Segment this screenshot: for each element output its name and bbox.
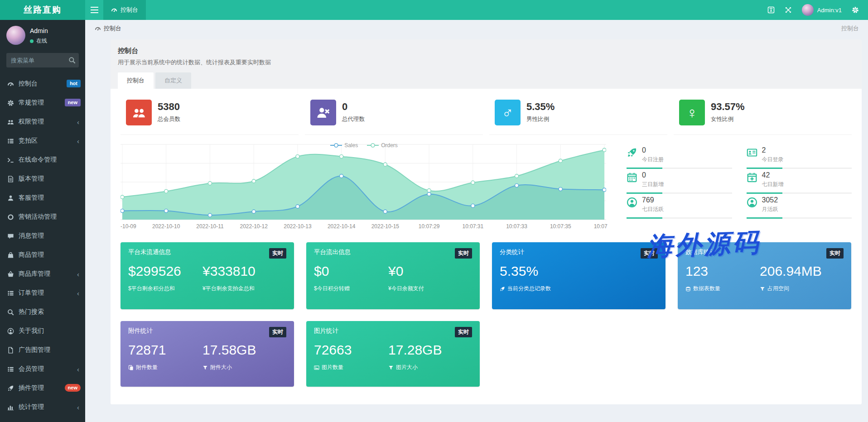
comment-icon <box>7 233 14 240</box>
sidebar-item-14[interactable]: 关于我们 <box>0 321 85 340</box>
card-stat: 72663图片数量 <box>314 342 388 371</box>
sidebar: Admin 在线 控制台hot常规管理new权限管理‹竞拍区‹在线命令管理版本管… <box>0 20 85 422</box>
card-stat-label: 占用空间 <box>760 285 834 293</box>
mini-stat-text: 3052月活跃 <box>762 196 778 213</box>
sidebar-item-10[interactable]: 商品管理 <box>0 245 85 264</box>
info-box-4: ♀93.57%女性比例 <box>674 96 852 135</box>
card-stat-label: 附件大小 <box>203 364 277 371</box>
app-logo[interactable]: 丝路直购 <box>0 0 85 20</box>
card-title: 附件统计 <box>128 327 153 335</box>
sidebar-item-1[interactable]: 控制台hot <box>0 74 85 93</box>
info-box-text: 0总代理数 <box>342 100 365 125</box>
sidebar-item-15[interactable]: 广告图管理 <box>0 340 85 360</box>
sidebar-user-name: Admin <box>30 27 48 34</box>
card-title: 平台未流通信息 <box>128 248 171 256</box>
info-box-text: 93.57%女性比例 <box>711 100 745 125</box>
rocket-icon <box>627 147 637 158</box>
search-input[interactable] <box>6 53 79 67</box>
status-label: 在线 <box>36 37 47 45</box>
mini-stat-bar <box>627 217 732 219</box>
breadcrumb-current[interactable]: 控制台 <box>104 24 121 33</box>
sidebar-item-9[interactable]: 消息管理 <box>0 226 85 245</box>
panel-tabs: 控制台 自定义 <box>111 72 862 89</box>
info-box-2: 0总代理数 <box>305 96 483 135</box>
info-box-icon-bg: ♀ <box>679 100 705 125</box>
fullscreen-icon[interactable] <box>785 6 792 14</box>
sidebar-item-3[interactable]: 权限管理‹ <box>0 112 85 131</box>
card-stat-label: 图片大小 <box>388 364 463 371</box>
realtime-badge: 实时 <box>269 327 286 337</box>
dashboard-panel: 控制台 用于展示当前系统中的统计数据、统计报表及重要实时数据 控制台 自定义 5… <box>111 39 862 404</box>
mini-stat-value: 0 <box>642 146 664 154</box>
card-stat-label: ¥今日余额支付 <box>388 285 463 293</box>
card-stat: 123数据表数量 <box>685 264 760 293</box>
navbar-tab-dashboard[interactable]: 控制台 <box>103 0 146 20</box>
id-card-icon <box>747 147 757 158</box>
avatar <box>6 26 25 45</box>
user-menu[interactable]: Admin:v1 <box>802 4 842 16</box>
settings-icon[interactable] <box>852 6 859 14</box>
mini-stat-label: 今日登录 <box>762 156 784 163</box>
card-stat-label-text: 当前分类总记录数 <box>507 285 551 293</box>
sidebar-toggle-button[interactable] <box>85 0 103 20</box>
mini-stat-label: 月活跃 <box>762 206 778 213</box>
legend-item-orders[interactable]: Orders <box>367 142 398 149</box>
top-navbar: 丝路直购 控制台 Admin:v1 <box>0 0 868 20</box>
card-stat-label: 数据表数量 <box>685 285 760 293</box>
mini-stat-text: 42七日新增 <box>762 171 784 188</box>
language-icon[interactable] <box>767 6 775 14</box>
main-content: 控制台 控制台 控制台 用于展示当前系统中的统计数据、统计报表及重要实时数据 控… <box>85 20 868 422</box>
sidebar-item-5[interactable]: 在线命令管理 <box>0 150 85 169</box>
info-box-text: 5380总会员数 <box>158 100 180 125</box>
gauge-icon <box>7 81 14 87</box>
sidebar-item-4[interactable]: 竞拍区‹ <box>0 131 85 150</box>
stat-card-1-4: 数据库统计实时123数据表数量206.94MB占用空间 <box>678 242 851 309</box>
database-icon <box>685 286 691 292</box>
sidebar-item-label: 订单管理 <box>19 289 44 297</box>
sidebar-item-11[interactable]: 商品库管理‹ <box>0 264 85 283</box>
sidebar-item-label: 在线命令管理 <box>19 156 57 164</box>
tab-custom[interactable]: 自定义 <box>155 72 191 89</box>
chevron-left-icon: ‹ <box>77 137 79 145</box>
card-stat-value: ¥0 <box>388 264 463 279</box>
sidebar-item-13[interactable]: 热门搜索 <box>0 302 85 321</box>
sidebar-item-6[interactable]: 版本管理 <box>0 169 85 188</box>
mini-stat-5: 769七日活跃 <box>627 194 732 219</box>
card-stat-label: 图片数量 <box>314 364 388 371</box>
mini-stat-value: 2 <box>762 146 784 154</box>
menu-badge: new <box>65 99 81 106</box>
menu-badge: new <box>65 384 81 392</box>
menu-badge: hot <box>67 80 81 87</box>
search-icon[interactable] <box>68 57 76 64</box>
mini-stat-3: 0三日新增 <box>627 169 732 194</box>
sidebar-item-label: 常规管理 <box>19 99 44 107</box>
circle-icon <box>7 214 14 221</box>
chevron-left-icon: ‹ <box>77 270 79 278</box>
user-x-icon <box>317 106 330 120</box>
card-title: 分类统计 <box>500 248 524 256</box>
x-axis-label: 2022-10-10 <box>152 223 180 230</box>
sidebar-item-label: 会员管理 <box>19 365 44 373</box>
sidebar-item-12[interactable]: 订单管理‹ <box>0 283 85 302</box>
legend-item-sales[interactable]: Sales <box>330 142 358 149</box>
card-stat-value: $299526 <box>128 264 203 279</box>
sidebar-item-8[interactable]: 营销活动管理 <box>0 207 85 226</box>
rocket-icon <box>7 385 14 392</box>
card-stat-label-text: 占用空间 <box>767 285 789 293</box>
card-stat: ¥333810¥平台剩余竞拍金总和 <box>203 264 277 293</box>
sidebar-item-16[interactable]: 会员管理‹ <box>0 360 85 379</box>
info-box-text: 5.35%男性比例 <box>526 100 555 125</box>
info-box-icon-bg: ♂ <box>495 100 521 125</box>
info-box-value: 5.35% <box>526 101 555 113</box>
sidebar-item-18[interactable]: 统计管理‹ <box>0 398 85 417</box>
sidebar-item-17[interactable]: 插件管理new <box>0 379 85 398</box>
image-icon <box>314 365 319 370</box>
x-axis-label: 10:07:37 <box>594 223 608 230</box>
sidebar-item-label: 热门搜索 <box>19 308 44 316</box>
card-stat-label-text: 数据表数量 <box>693 285 720 293</box>
sidebar-item-7[interactable]: 客服管理 <box>0 188 85 207</box>
mini-stat-value: 769 <box>642 196 664 204</box>
gauge-icon <box>111 7 117 13</box>
sidebar-item-2[interactable]: 常规管理new <box>0 93 85 112</box>
tab-dashboard[interactable]: 控制台 <box>118 72 154 89</box>
